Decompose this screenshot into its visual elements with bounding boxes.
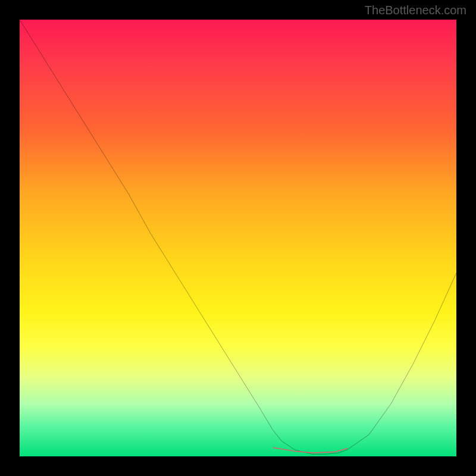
watermark-text: TheBottleneck.com [365, 4, 466, 17]
chart-svg [20, 20, 456, 456]
bottleneck-curve-path [20, 20, 456, 454]
plot-area [20, 20, 456, 456]
highlight-flat-path [273, 447, 347, 453]
